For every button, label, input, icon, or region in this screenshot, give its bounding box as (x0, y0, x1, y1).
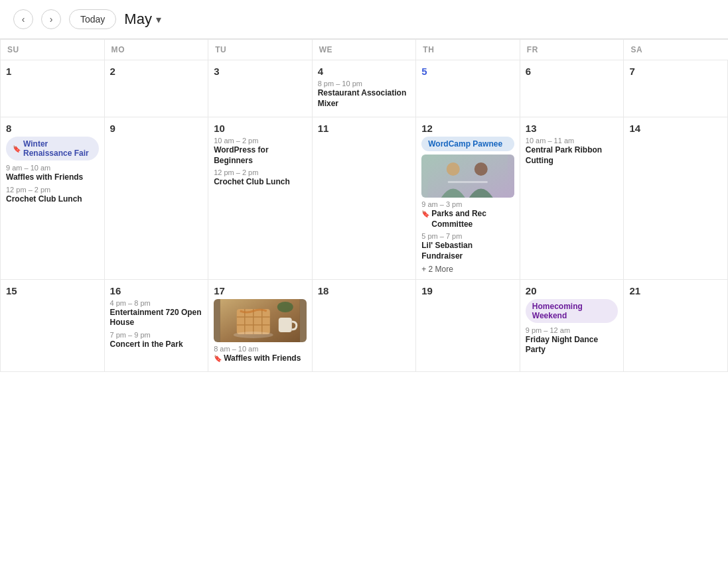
header-th: TH (416, 40, 520, 60)
header-mo: MO (104, 40, 208, 60)
event-time: 10 am – 11 am (526, 137, 619, 145)
day-cell: 1310 am – 11 amCentral Park Ribbon Cutti… (520, 117, 624, 279)
prev-button[interactable]: ‹ (13, 9, 33, 29)
chevron-down-icon: ▾ (156, 13, 161, 26)
header-tu: TU (208, 40, 313, 60)
event-time: 12 pm – 2 pm (214, 168, 307, 176)
day-number[interactable]: 4 (318, 66, 411, 77)
event[interactable]: 12 pm – 2 pmCrochet Club Lunch (6, 186, 99, 205)
day-number[interactable]: 20 (526, 285, 619, 296)
day-cell: 17 (208, 279, 313, 372)
event[interactable]: 9 am – 3 pm🔖Parks and Rec Committee (421, 200, 514, 229)
day-number[interactable]: 2 (110, 66, 203, 77)
today-button[interactable]: Today (69, 9, 116, 29)
event-banner[interactable]: WordCamp Pawnee (421, 137, 514, 151)
event[interactable]: 12 pm – 2 pmCrochet Club Lunch (214, 168, 307, 188)
flag-icon: 🔖 (13, 145, 21, 153)
event-title: Crochet Club Lunch (6, 194, 99, 205)
day-number[interactable]: 9 (110, 123, 203, 134)
event-time: 4 pm – 8 pm (110, 299, 203, 307)
event-title: Crochet Club Lunch (214, 177, 307, 188)
svg-point-1 (447, 162, 460, 176)
day-cell: 14 (624, 117, 728, 279)
event-title: Restaurant Association Mixer (318, 88, 411, 109)
event[interactable]: 4 pm – 8 pmEntertainment 720 Open House (110, 299, 203, 328)
day-cell: 48 pm – 10 pmRestaurant Association Mixe… (312, 60, 416, 117)
day-cell: 1010 am – 2 pmWordPress for Beginners12 … (208, 117, 313, 279)
waffles-image (214, 299, 307, 342)
next-button[interactable]: › (41, 9, 61, 29)
flag-icon: 🔖 (214, 354, 222, 363)
event[interactable]: 8 pm – 10 pmRestaurant Association Mixer (318, 80, 411, 109)
event-time: 9 am – 10 am (6, 164, 99, 172)
header-fr: FR (520, 40, 624, 60)
event[interactable]: 5 pm – 7 pmLil' Sebastian Fundraiser (421, 232, 514, 261)
event-time: 5 pm – 7 pm (421, 232, 514, 240)
svg-rect-3 (448, 181, 488, 183)
month-title[interactable]: May ▾ (124, 11, 161, 28)
flag-icon: 🔖 (421, 210, 429, 218)
svg-point-2 (474, 162, 488, 176)
event-title: Concert in the Park (110, 340, 203, 350)
event-banner[interactable]: Homecoming Weekend (526, 299, 619, 323)
day-number[interactable]: 6 (526, 66, 619, 77)
day-number[interactable]: 11 (318, 123, 411, 134)
day-number[interactable]: 3 (214, 66, 307, 77)
day-cell: 8🔖Winter Renaissance Fair9 am – 10 amWaf… (1, 117, 105, 279)
day-cell: 12WordCamp Pawnee 9 am – 3 pm🔖Parks a (416, 117, 520, 279)
day-cell: 164 pm – 8 pmEntertainment 720 Open Hous… (104, 279, 208, 372)
event[interactable]: 9 am – 10 amWaffles with Friends (6, 164, 99, 183)
day-number[interactable]: 10 (214, 123, 307, 134)
day-number[interactable]: 5 (421, 66, 514, 77)
event-time: 8 pm – 10 pm (318, 80, 411, 88)
day-number[interactable]: 7 (629, 66, 722, 77)
day-number[interactable]: 12 (421, 123, 514, 134)
day-cell: 19 (416, 279, 520, 372)
day-number[interactable]: 21 (629, 285, 722, 296)
event-time: 12 pm – 2 pm (6, 186, 99, 194)
header-we: WE (312, 40, 416, 60)
day-cell: 1 (1, 60, 105, 117)
day-number[interactable]: 13 (526, 123, 619, 134)
day-cell: 21 (624, 279, 728, 372)
day-number[interactable]: 1 (6, 66, 99, 77)
day-cell: 20Homecoming Weekend9 pm – 12 amFriday N… (520, 279, 624, 372)
day-number[interactable]: 15 (6, 285, 99, 296)
event-title: 🔖Waffles with Friends (214, 353, 307, 364)
event-title: WordPress for Beginners (214, 145, 307, 166)
day-number[interactable]: 17 (214, 285, 307, 296)
event-time: 10 am – 2 pm (214, 137, 307, 145)
event-time: 9 pm – 12 am (526, 326, 619, 334)
day-cell: 18 (312, 279, 416, 372)
header: ‹ › Today May ▾ (0, 0, 728, 39)
day-cell: 5 (416, 60, 520, 117)
event-title: Waffles with Friends (6, 172, 99, 183)
day-number[interactable]: 14 (629, 123, 722, 134)
day-number[interactable]: 16 (110, 285, 203, 296)
event-title: Entertainment 720 Open House (110, 308, 203, 328)
event-time: 7 pm – 9 pm (110, 331, 203, 339)
header-sa: SA (624, 40, 728, 60)
day-cell: 11 (312, 117, 416, 279)
event-time: 8 am – 10 am (214, 345, 307, 353)
event-title: Friday Night Dance Party (526, 335, 619, 355)
more-events-link[interactable]: + 2 More (421, 265, 514, 274)
event[interactable]: 8 am – 10 am🔖Waffles with Friends (214, 345, 307, 364)
day-number[interactable]: 8 (6, 123, 99, 134)
svg-point-12 (234, 332, 273, 338)
event-banner[interactable]: 🔖Winter Renaissance Fair (6, 137, 99, 160)
svg-rect-13 (279, 318, 292, 332)
day-number[interactable]: 19 (421, 285, 514, 296)
day-cell: 9 (104, 117, 208, 279)
day-cell: 6 (520, 60, 624, 117)
day-cell: 2 (104, 60, 208, 117)
day-cell: 7 (624, 60, 728, 117)
day-number[interactable]: 18 (318, 285, 411, 296)
event[interactable]: 10 am – 11 amCentral Park Ribbon Cutting (526, 137, 619, 166)
svg-rect-0 (428, 155, 508, 198)
event[interactable]: 7 pm – 9 pmConcert in the Park (110, 331, 203, 350)
event-time: 9 am – 3 pm (421, 200, 514, 208)
event[interactable]: 9 pm – 12 amFriday Night Dance Party (526, 326, 619, 355)
event[interactable]: 10 am – 2 pmWordPress for Beginners (214, 137, 307, 166)
event-title: Lil' Sebastian Fundraiser (421, 241, 514, 261)
